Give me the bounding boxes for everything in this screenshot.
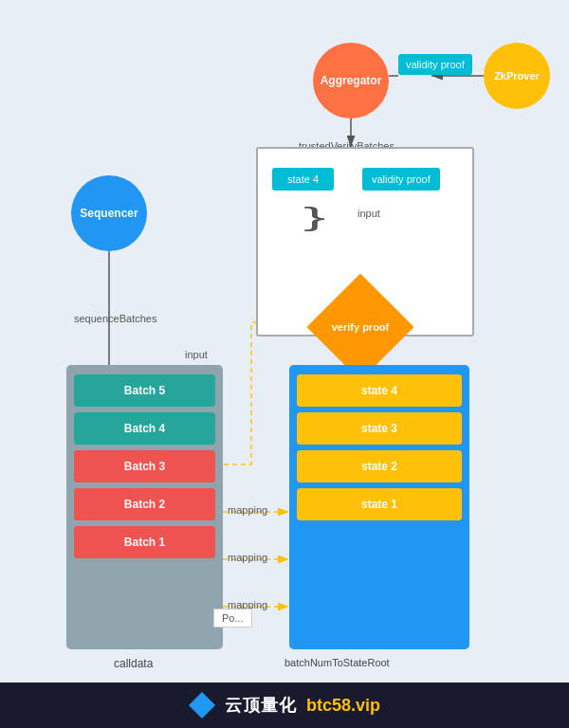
watermark-url: btc58.vip: [306, 696, 380, 716]
batch-4: Batch 4: [74, 412, 215, 445]
state-panel: state 4 state 3 state 2 state 1: [289, 365, 469, 649]
state-3: state 3: [297, 412, 462, 445]
polygon-label: Po...: [213, 609, 252, 628]
aggregator-node: Aggregator: [313, 43, 389, 118]
input-top-label: input: [358, 208, 380, 219]
batch-num-label: batchNumToStateRoot: [284, 657, 390, 668]
batch-3: Batch 3: [74, 450, 215, 482]
sequence-batches-label: sequenceBatches: [74, 313, 156, 324]
input-left-label: input: [185, 349, 208, 360]
calldata-label: calldata: [114, 657, 153, 670]
mapping-2-label: mapping: [228, 552, 267, 563]
batch-5: Batch 5: [74, 374, 215, 407]
calldata-panel: Batch 5 Batch 4 Batch 3 Batch 2 Batch 1: [66, 365, 223, 649]
state-4: state 4: [297, 374, 462, 407]
state4-inner-box: state 4: [272, 168, 334, 191]
mapping-1-label: mapping: [228, 504, 267, 516]
watermark-brand: 云顶量化: [225, 694, 297, 717]
validity-proof-inner-box: validity proof: [362, 168, 440, 191]
state-2: state 2: [297, 450, 462, 482]
zkprover-node: ZkProver: [484, 43, 550, 109]
validity-proof-top-label: validity proof: [398, 54, 472, 75]
state-1: state 1: [297, 488, 462, 520]
sequencer-node: Sequencer: [71, 175, 147, 251]
brace-symbol: }: [303, 204, 325, 230]
batch-2: Batch 2: [74, 488, 215, 520]
watermark-bar: 云顶量化 btc58.vip: [0, 682, 569, 728]
batch-1: Batch 1: [74, 526, 215, 558]
watermark-logo-icon: [189, 692, 215, 719]
diagram-container: Sequencer sequenceBatches Aggregator ZkP…: [0, 0, 569, 682]
